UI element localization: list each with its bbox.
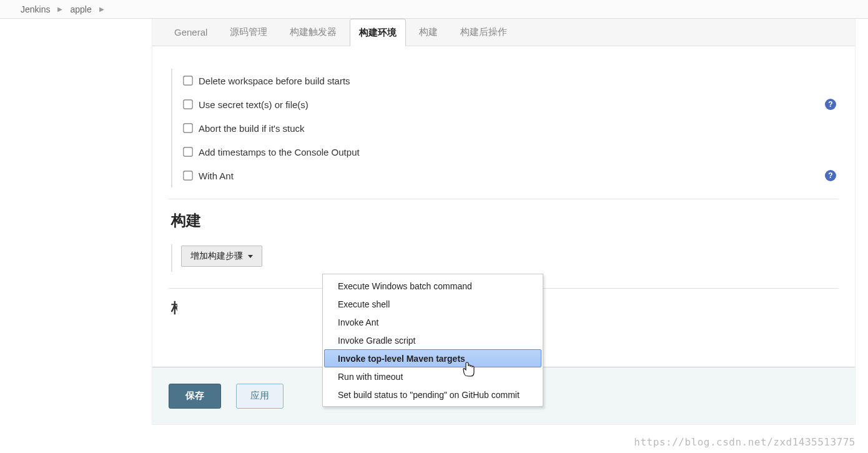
option-abort-stuck[interactable]: Abort the build if it's stuck [181, 116, 305, 140]
chevron-right-icon: ▶ [55, 6, 65, 12]
help-icon[interactable]: ? [825, 99, 836, 110]
add-build-step-label: 增加构建步骤 [190, 251, 243, 262]
menu-item-timeout[interactable]: Run with timeout [324, 367, 541, 386]
breadcrumb: Jenkins ▶ apple ▶ [0, 0, 868, 19]
menu-item-shell[interactable]: Execute shell [324, 295, 541, 313]
save-button[interactable]: 保存 [169, 384, 221, 409]
option-label: Abort the build if it's stuck [199, 123, 305, 134]
breadcrumb-item-project[interactable]: apple [65, 4, 96, 14]
menu-item-gradle[interactable]: Invoke Gradle script [324, 331, 541, 349]
tab-bar: General 源码管理 构建触发器 构建环境 构建 构建后操作 [152, 19, 855, 46]
checkbox-timestamps[interactable] [183, 147, 192, 156]
caret-down-icon [248, 255, 253, 258]
checkbox-delete-workspace[interactable] [183, 76, 192, 85]
option-label: Delete workspace before build starts [199, 76, 350, 86]
option-delete-workspace[interactable]: Delete workspace before build starts [181, 69, 350, 92]
option-secret-text[interactable]: Use secret text(s) or file(s) [181, 92, 308, 116]
menu-item-github-pending[interactable]: Set build status to "pending" on GitHub … [324, 386, 541, 404]
tab-triggers[interactable]: 构建触发器 [280, 19, 346, 46]
tab-post-build[interactable]: 构建后操作 [451, 19, 516, 46]
option-label: Add timestamps to the Console Output [199, 147, 360, 157]
tab-build[interactable]: 构建 [410, 19, 447, 46]
breadcrumb-item-jenkins[interactable]: Jenkins [16, 4, 55, 14]
option-with-ant[interactable]: With Ant [181, 164, 234, 187]
menu-item-ant[interactable]: Invoke Ant [324, 313, 541, 331]
build-section-heading: 构建 [171, 211, 839, 231]
checkbox-abort-stuck[interactable] [183, 123, 192, 132]
option-label: Use secret text(s) or file(s) [199, 99, 308, 110]
option-label: With Ant [199, 171, 234, 181]
menu-item-maven[interactable]: Invoke top-level Maven targets [324, 349, 541, 367]
config-panel: General 源码管理 构建触发器 构建环境 构建 构建后操作 Delete … [152, 19, 856, 425]
post-build-heading-partial: 构 [171, 299, 177, 317]
tab-general[interactable]: General [165, 19, 217, 46]
build-env-section: Delete workspace before build starts Use… [171, 69, 839, 187]
tab-scm[interactable]: 源码管理 [220, 19, 277, 46]
option-timestamps[interactable]: Add timestamps to the Console Output [181, 140, 360, 164]
build-section: 增加构建步骤 [171, 244, 839, 272]
checkbox-secret-text[interactable] [183, 99, 192, 109]
chevron-right-icon: ▶ [97, 6, 107, 12]
section-divider [169, 199, 839, 199]
build-step-dropdown-menu: Execute Windows batch command Execute sh… [322, 274, 543, 407]
checkbox-with-ant[interactable] [183, 171, 192, 180]
apply-button[interactable]: 应用 [236, 384, 284, 409]
add-build-step-button[interactable]: 增加构建步骤 [181, 246, 262, 267]
help-icon[interactable]: ? [825, 170, 836, 181]
menu-item-windows-batch[interactable]: Execute Windows batch command [324, 277, 541, 295]
tab-build-env[interactable]: 构建环境 [350, 19, 406, 46]
